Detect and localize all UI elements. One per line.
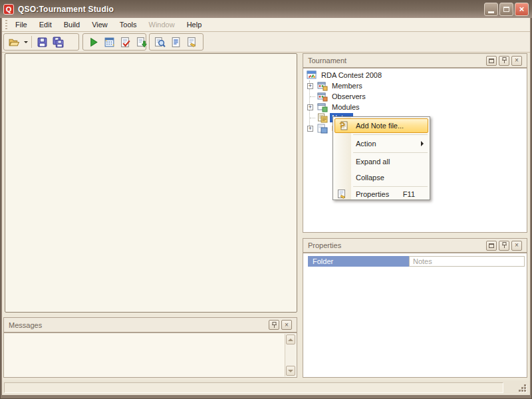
messages-log-panel — [3, 332, 297, 378]
menu-edit[interactable]: Edit — [33, 19, 58, 31]
menu-item-action[interactable]: Action — [333, 136, 430, 152]
report-button[interactable] — [168, 35, 184, 49]
resize-grip-handle[interactable] — [519, 384, 527, 393]
import-icon — [136, 37, 147, 48]
scroll-down-button[interactable] — [286, 366, 295, 376]
app-logo-icon: Q — [3, 4, 14, 15]
validate-icon — [120, 37, 131, 48]
properties-maximize-button[interactable] — [486, 241, 497, 251]
save-all-button[interactable] — [50, 35, 66, 49]
minimize-icon — [488, 11, 494, 13]
find-button[interactable] — [152, 35, 168, 49]
menu-item-label: Add Note file... — [356, 122, 404, 130]
menu-item-add-note-file[interactable]: Add Note file... — [334, 118, 428, 133]
tree-item-observers[interactable]: Observers — [303, 91, 527, 102]
menubar-grip-handle[interactable] — [5, 20, 7, 29]
property-value-field[interactable]: Notes — [409, 256, 525, 267]
validate-button[interactable] — [117, 35, 133, 49]
expand-plus-icon[interactable]: + — [307, 126, 313, 132]
schedule-icon — [104, 37, 115, 48]
scroll-up-button[interactable] — [286, 334, 295, 344]
properties-icon — [336, 189, 347, 200]
tree-item-root[interactable]: RDA Contest 2008 — [303, 70, 527, 80]
property-row[interactable]: Folder Notes — [308, 256, 525, 267]
menu-item-expand-all[interactable]: Expand all — [333, 154, 430, 170]
title-bar[interactable]: Q QSO:Tournament Studio × — [0, 0, 532, 18]
menu-item-properties[interactable]: Properties F11 — [333, 188, 430, 200]
pin-icon — [501, 57, 507, 64]
properties-pin-button[interactable] — [499, 241, 509, 251]
menu-item-label: Properties — [356, 190, 389, 198]
save-button[interactable] — [34, 35, 50, 49]
properties-button[interactable] — [184, 35, 200, 49]
menu-item-label: Expand all — [356, 158, 390, 166]
menu-separator — [353, 186, 428, 187]
tournament-panel-header[interactable]: Tournament × — [303, 53, 527, 68]
tournament-root-icon — [307, 70, 317, 80]
maximize-icon — [489, 243, 494, 248]
open-button[interactable] — [6, 35, 22, 49]
menu-file[interactable]: File — [9, 19, 33, 31]
workspace-panel — [5, 53, 297, 313]
properties-panel-header[interactable]: Properties × — [303, 238, 527, 253]
tournament-close-button[interactable]: × — [511, 56, 522, 66]
close-icon: × — [515, 57, 519, 64]
menu-view[interactable]: View — [86, 19, 114, 31]
close-icon: × — [515, 242, 519, 249]
expand-plus-icon[interactable]: + — [307, 104, 313, 110]
menu-window: Window — [143, 19, 181, 31]
run-button[interactable] — [85, 35, 101, 49]
menu-item-label: Collapse — [356, 174, 384, 182]
pin-icon — [271, 322, 277, 329]
menu-tools[interactable]: Tools — [114, 19, 143, 31]
toolbar-group-view — [149, 33, 203, 51]
tree-item-members[interactable]: + Members — [303, 80, 527, 91]
maximize-icon — [503, 7, 509, 12]
messages-close-button[interactable]: × — [281, 320, 292, 330]
chevron-down-icon — [288, 370, 293, 372]
tournament-maximize-button[interactable] — [486, 56, 497, 66]
close-button[interactable]: × — [515, 3, 529, 16]
properties-icon — [186, 37, 198, 48]
client-area: Tournament × — [2, 53, 530, 380]
messages-pin-button[interactable] — [269, 320, 279, 330]
menu-help[interactable]: Help — [181, 19, 208, 31]
messages-scrollbar[interactable] — [285, 334, 296, 376]
expand-plus-icon[interactable]: + — [307, 83, 313, 89]
toolbar-separator — [31, 36, 32, 48]
messages-panel-header[interactable]: Messages × — [3, 317, 297, 332]
report-icon — [170, 37, 182, 48]
chevron-up-icon — [288, 338, 293, 341]
run-icon — [88, 37, 99, 48]
menu-bar: File Edit Build View Tools Window Help — [2, 18, 530, 32]
protocols-icon — [317, 123, 328, 134]
close-icon: × — [519, 5, 525, 13]
properties-grid-panel: Folder Notes — [303, 253, 527, 378]
tree-item-modules[interactable]: + Modules — [303, 102, 527, 112]
properties-close-button[interactable]: × — [511, 241, 522, 251]
menu-item-label: Action — [356, 140, 376, 148]
add-note-icon — [338, 120, 349, 131]
save-all-icon — [53, 37, 64, 48]
tournament-panel-title: Tournament — [308, 57, 484, 65]
menu-build[interactable]: Build — [58, 19, 86, 31]
property-name-cell[interactable]: Folder — [308, 256, 409, 267]
notes-icon — [317, 112, 328, 123]
schedule-button[interactable] — [101, 35, 117, 49]
toolbar-group-build — [82, 33, 146, 51]
window-title: QSO:Tournament Studio — [18, 5, 484, 14]
import-button[interactable] — [133, 35, 149, 49]
status-text-panel — [4, 382, 503, 393]
menu-item-collapse[interactable]: Collapse — [333, 170, 430, 186]
save-icon — [37, 37, 48, 48]
status-bar — [2, 380, 530, 395]
menu-separator — [353, 152, 428, 153]
members-icon — [317, 80, 328, 91]
tournament-pin-button[interactable] — [499, 56, 509, 66]
toolbar-group-file — [3, 33, 79, 51]
minimize-button[interactable] — [484, 3, 498, 16]
maximize-button[interactable] — [499, 3, 513, 16]
tree-item-label: Members — [330, 81, 364, 90]
open-dropdown-button[interactable] — [22, 35, 29, 49]
tree-item-label: Modules — [330, 102, 362, 112]
